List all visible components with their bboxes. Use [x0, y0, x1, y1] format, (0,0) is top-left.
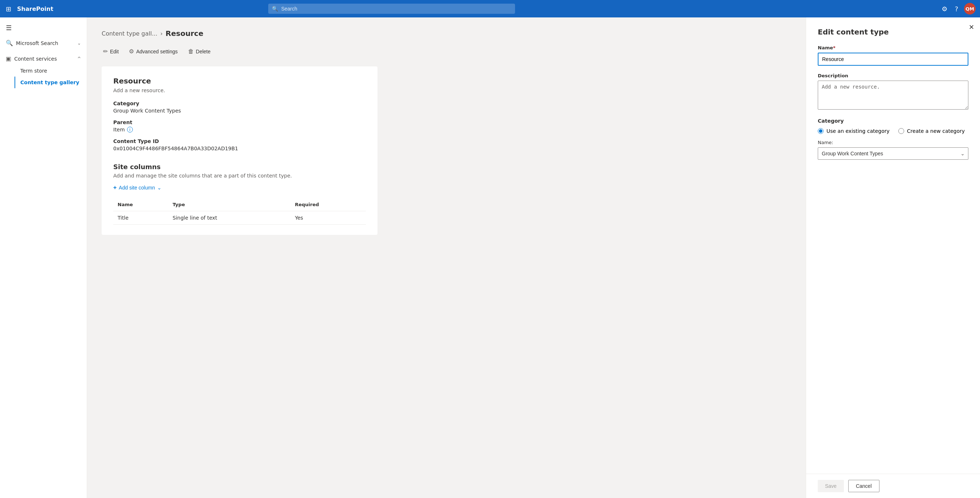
category-radio-group: Use an existing category Create a new ca…: [818, 128, 968, 134]
add-column-label: Add site column: [119, 185, 155, 191]
advanced-settings-label: Advanced settings: [136, 49, 178, 54]
col-header-required: Required: [290, 198, 366, 211]
site-columns-title: Site columns: [113, 163, 366, 170]
chevron-down-icon: ⌄: [157, 185, 162, 191]
microsoft-search-label: Microsoft Search: [16, 40, 58, 46]
create-new-radio[interactable]: [898, 128, 904, 134]
chevron-down-icon: ⌄: [77, 41, 81, 46]
app-grid-icon[interactable]: ⊞: [4, 4, 13, 14]
parent-label: Parent: [113, 119, 366, 125]
edit-label: Edit: [110, 49, 119, 54]
category-select[interactable]: Group Work Content TypesCustom Content T…: [818, 147, 968, 160]
category-label: Category: [113, 100, 366, 107]
add-site-column-button[interactable]: + Add site column ⌄: [113, 185, 162, 191]
sidebar-item-content-type-gallery[interactable]: Content type gallery: [14, 76, 87, 88]
name-required-indicator: *: [833, 45, 835, 51]
avatar[interactable]: QM: [964, 3, 976, 14]
hamburger-icon[interactable]: ☰: [0, 20, 87, 35]
category-value: Group Work Content Types: [113, 108, 366, 114]
search-nav-icon: 🔍: [6, 40, 13, 46]
name-input[interactable]: [818, 53, 968, 66]
parent-value-text: Item: [113, 127, 125, 132]
edit-button[interactable]: ✏ Edit: [102, 46, 120, 56]
category-select-wrapper: Group Work Content TypesCustom Content T…: [818, 147, 968, 160]
main-content: Content type gall... › Resource ✏ Edit ⚙…: [87, 18, 806, 498]
col-name: Title: [113, 211, 169, 225]
content-services-icon: ▣: [6, 55, 11, 62]
close-button[interactable]: ✕: [969, 23, 974, 31]
category-section: Category Group Work Content Types: [113, 100, 366, 114]
search-input[interactable]: [268, 4, 515, 14]
settings-icon[interactable]: ⚙: [940, 4, 949, 14]
breadcrumb-separator: ›: [161, 30, 162, 37]
top-navigation: ⊞ SharePoint 🔍 ⚙ ? QM: [0, 0, 980, 18]
delete-label: Delete: [196, 49, 210, 54]
col-header-type: Type: [169, 198, 291, 211]
category-section-label: Category: [818, 118, 968, 124]
category-name-field-label: Name:: [818, 140, 968, 145]
sidebar-item-content-services[interactable]: ▣ Content services ^: [0, 52, 87, 65]
use-existing-radio-item[interactable]: Use an existing category: [818, 128, 889, 134]
content-type-id-section: Content Type ID 0x01004C9F4486FBF54864A7…: [113, 138, 366, 151]
sidebar-item-term-store[interactable]: Term store: [14, 65, 87, 76]
name-field-label: Name*: [818, 45, 968, 51]
table-row: Title Single line of text Yes: [113, 211, 366, 225]
edit-panel: ✕ Edit content type Name* Description Ad…: [806, 18, 980, 498]
chevron-up-icon: ^: [77, 56, 81, 61]
info-icon[interactable]: i: [127, 127, 133, 132]
panel-footer: Save Cancel: [806, 474, 980, 498]
advanced-settings-button[interactable]: ⚙ Advanced settings: [127, 46, 179, 56]
create-new-label: Create a new category: [907, 128, 965, 134]
content-type-card: Resource Add a new resource. Category Gr…: [102, 67, 377, 235]
plus-icon: +: [113, 185, 116, 191]
delete-icon: 🗑: [188, 48, 194, 55]
content-type-desc: Add a new resource.: [113, 88, 366, 93]
breadcrumb-parent[interactable]: Content type gall...: [102, 30, 158, 37]
breadcrumb: Content type gall... › Resource: [102, 29, 791, 38]
topnav-right: ⚙ ? QM: [940, 3, 976, 14]
sidebar-section-search: 🔍 Microsoft Search ⌄: [0, 35, 87, 51]
use-existing-radio[interactable]: [818, 128, 824, 134]
breadcrumb-current: Resource: [165, 29, 203, 38]
create-new-radio-item[interactable]: Create a new category: [898, 128, 965, 134]
content-services-label: Content services: [14, 56, 57, 62]
sidebar-section-content-services: ▣ Content services ^ Term store Content …: [0, 51, 87, 90]
sidebar-item-microsoft-search[interactable]: 🔍 Microsoft Search ⌄: [0, 37, 87, 49]
search-icon: 🔍: [272, 6, 278, 12]
col-type: Single line of text: [169, 211, 291, 225]
edit-icon: ✏: [103, 48, 108, 55]
cancel-button[interactable]: Cancel: [848, 480, 880, 492]
col-required: Yes: [290, 211, 366, 225]
content-type-id-value: 0x01004C9F4486FBF54864A7B0A33D02AD19B1: [113, 146, 366, 151]
content-type-gallery-label: Content type gallery: [20, 80, 79, 85]
panel-content: Edit content type Name* Description Add …: [806, 18, 980, 474]
parent-section: Parent Item i: [113, 119, 366, 132]
term-store-label: Term store: [20, 68, 47, 74]
content-type-title: Resource: [113, 76, 366, 85]
help-icon[interactable]: ?: [953, 4, 960, 14]
app-title: SharePoint: [17, 5, 53, 12]
content-actions: ✏ Edit ⚙ Advanced settings 🗑 Delete: [102, 46, 791, 56]
content-type-id-label: Content Type ID: [113, 138, 366, 144]
panel-title: Edit content type: [818, 28, 968, 36]
use-existing-label: Use an existing category: [826, 128, 889, 134]
save-button[interactable]: Save: [818, 480, 844, 492]
columns-table: Name Type Required Title Single line of …: [113, 198, 366, 225]
description-field-label: Description: [818, 73, 968, 78]
sidebar: ☰ 🔍 Microsoft Search ⌄ ▣ Content service…: [0, 18, 87, 498]
sidebar-sub-content-services: Term store Content type gallery: [0, 65, 87, 88]
delete-button[interactable]: 🗑 Delete: [186, 47, 212, 56]
parent-value: Item i: [113, 127, 366, 132]
search-container: 🔍: [268, 4, 515, 14]
col-header-name: Name: [113, 198, 169, 211]
layout: ☰ 🔍 Microsoft Search ⌄ ▣ Content service…: [0, 18, 980, 498]
site-columns-desc: Add and manage the site columns that are…: [113, 173, 366, 178]
advanced-settings-icon: ⚙: [129, 48, 134, 55]
description-textarea[interactable]: Add a new resource.: [818, 81, 968, 110]
